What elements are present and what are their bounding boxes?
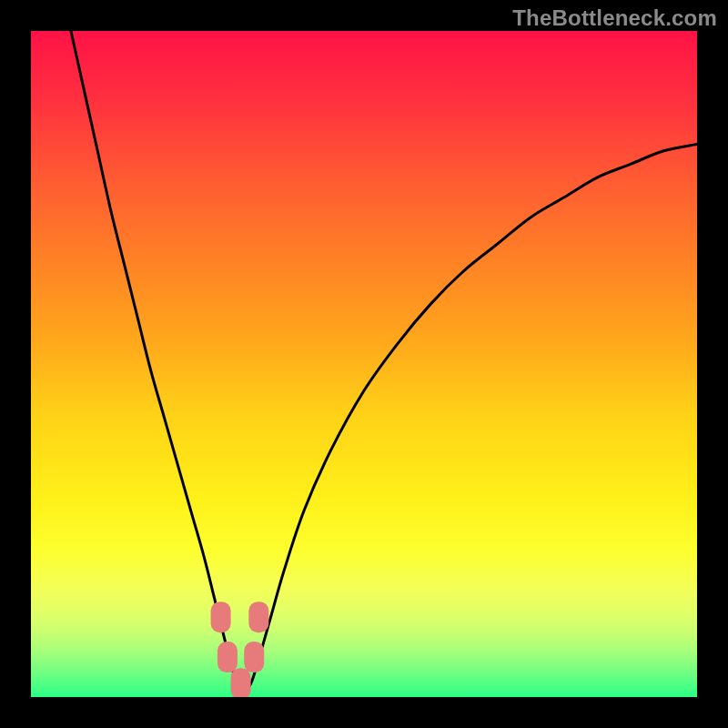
gradient-background [31, 31, 697, 697]
marker-mid-2 [244, 642, 264, 672]
marker-bottom [231, 668, 251, 697]
watermark-text: TheBottleneck.com [512, 5, 717, 31]
chart-frame: TheBottleneck.com [0, 0, 728, 728]
bottleneck-chart [31, 31, 697, 697]
marker-mid-1 [217, 642, 238, 672]
marker-right [248, 602, 268, 632]
plot-area [31, 31, 697, 697]
marker-left [211, 602, 231, 632]
